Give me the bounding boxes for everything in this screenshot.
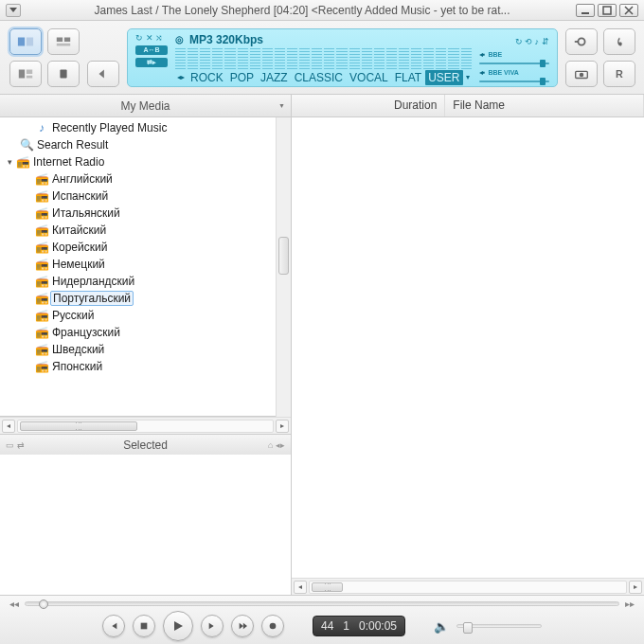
svg-rect-0 [581, 12, 589, 14]
tree-item-station[interactable]: 📻Французский [0, 324, 291, 341]
svg-rect-16 [141, 623, 148, 630]
capture-button[interactable] [565, 61, 598, 87]
column-filename[interactable]: File Name [445, 95, 644, 116]
view-mode-3-button[interactable] [9, 61, 42, 87]
station-icon: 📻 [34, 258, 49, 271]
next-track-button[interactable] [201, 615, 224, 637]
volume-slider[interactable] [456, 624, 542, 628]
tree-item-station[interactable]: 📻Английский [0, 170, 291, 188]
right-pane: Duration File Name ◂▸ [292, 95, 644, 595]
tree-item-station[interactable]: 📻Китайский [0, 222, 291, 239]
station-icon: 📻 [34, 275, 49, 288]
tree-item-internet-radio[interactable]: ▾ 📻 Internet Radio [0, 153, 291, 170]
station-icon: 📻 [34, 172, 49, 186]
seek-forward-icon[interactable]: ▸▸ [625, 599, 635, 609]
tree-item-station[interactable]: 📻Испанский [0, 188, 291, 205]
collapse-toggle[interactable]: ▾ [4, 157, 15, 167]
title-bar: James Last / The Lonely Shepherd [04:20]… [0, 0, 644, 21]
main-area: My Media ▼ ♪ Recently Played Music 🔍 Sea… [0, 95, 644, 595]
selected-right-icons[interactable]: ⌂ ◂▸ [268, 440, 285, 450]
broadcast-icon: ◎ [175, 34, 184, 45]
radio-icon: 📻 [15, 155, 30, 169]
lcd-mode-badge[interactable]: ⇄▸ [135, 58, 168, 67]
svg-rect-5 [64, 37, 70, 42]
lcd-display: ↻ ✕ ⤭ A↔B ⇄▸ ◎ MP3 320Kbps ◂▸ ROCK POP J… [127, 28, 558, 87]
station-icon: 📻 [34, 206, 49, 220]
file-list[interactable] [292, 117, 644, 578]
r-button[interactable]: R [603, 61, 635, 87]
stop-button[interactable] [133, 615, 155, 637]
seek-slider[interactable] [25, 601, 619, 606]
music-note-icon: ♪ [34, 121, 49, 134]
volume-icon[interactable]: 🔈 [434, 619, 449, 634]
view-mode-1-button[interactable] [9, 28, 42, 55]
svg-rect-3 [27, 37, 33, 45]
selected-panel-header[interactable]: ▭ ⇄ Selected ⌂ ◂▸ [0, 434, 291, 455]
window-title: James Last / The Lonely Shepherd [04:20]… [28, 4, 576, 17]
station-icon: 📻 [34, 343, 49, 356]
station-icon: 📻 [34, 360, 49, 373]
spectrum-visualizer [175, 48, 472, 69]
station-icon: 📻 [34, 241, 49, 254]
view-mode-4-button[interactable] [47, 61, 80, 87]
nav-back-button[interactable] [87, 61, 119, 87]
left-pane: My Media ▼ ♪ Recently Played Music 🔍 Sea… [0, 95, 292, 595]
station-icon: 📻 [34, 224, 49, 237]
time-display: 44 1 0:00:05 [313, 616, 405, 636]
tree-item-station[interactable]: 📻Корейский [0, 239, 291, 256]
bbe-slider-1[interactable] [479, 63, 549, 64]
toolbar: ↻ ✕ ⤭ A↔B ⇄▸ ◎ MP3 320Kbps ◂▸ ROCK POP J… [0, 21, 644, 95]
svg-rect-4 [57, 37, 63, 42]
seek-back-icon[interactable]: ◂◂ [9, 599, 19, 609]
tree-item-station[interactable]: 📻Немецкий [0, 256, 291, 273]
bbe-viva-toggle[interactable]: ◂▪ [479, 68, 486, 77]
close-button[interactable] [619, 4, 638, 17]
lcd-right-icons: ↻ ⟲ ♪ ⇵ [479, 37, 549, 46]
maximize-button[interactable] [598, 4, 617, 17]
tree-item-recently-played[interactable]: ♪ Recently Played Music [0, 119, 291, 136]
bbe-slider-2[interactable] [479, 80, 549, 82]
svg-text:R: R [616, 67, 623, 79]
tree-vertical-scrollbar[interactable] [276, 117, 291, 417]
record-button[interactable] [261, 615, 284, 637]
app-menu-button[interactable] [6, 4, 21, 17]
svg-rect-1 [603, 7, 611, 14]
skip-button[interactable] [231, 615, 254, 637]
bbe-toggle[interactable]: ◂▪ [479, 50, 486, 59]
svg-rect-8 [27, 69, 32, 74]
tree-item-station[interactable]: 📻Японский [0, 358, 291, 375]
column-header[interactable]: Duration File Name [292, 95, 644, 117]
station-icon: 📻 [34, 189, 49, 203]
svg-rect-9 [27, 75, 32, 78]
list-horizontal-scrollbar[interactable]: ◂▸ [292, 578, 644, 595]
tree-item-station[interactable]: 📻Русский [0, 307, 291, 324]
ab-repeat-badge[interactable]: A↔B [135, 45, 168, 55]
tree-horizontal-scrollbar[interactable]: ◂▸ [0, 417, 291, 434]
svg-point-14 [579, 72, 583, 77]
burn-button[interactable] [603, 28, 635, 55]
svg-rect-7 [19, 69, 25, 78]
column-duration[interactable]: Duration [386, 95, 445, 116]
prev-track-button[interactable] [102, 615, 125, 637]
play-button[interactable] [163, 611, 193, 641]
search-folder-icon: 🔍 [19, 138, 34, 152]
svg-rect-6 [57, 43, 70, 45]
station-icon: 📻 [34, 292, 49, 305]
svg-point-11 [578, 38, 584, 45]
tree-item-station[interactable]: 📻Итальянский [0, 205, 291, 222]
selected-left-icons[interactable]: ▭ ⇄ [6, 440, 25, 450]
tree-item-station[interactable]: 📻Шведский [0, 341, 291, 358]
tree-item-station[interactable]: 📻Нидерландский [0, 273, 291, 290]
tree-item-station[interactable]: 📻Португальский [0, 290, 291, 307]
station-icon: 📻 [34, 326, 49, 339]
visualizer-button[interactable] [565, 28, 598, 55]
left-pane-header[interactable]: My Media ▼ [0, 95, 291, 117]
media-tree[interactable]: ♪ Recently Played Music 🔍 Search Result … [0, 117, 291, 417]
tree-item-search-result[interactable]: 🔍 Search Result [0, 136, 291, 153]
chevron-down-icon: ▼ [278, 102, 285, 109]
playback-bar: ◂◂ ▸▸ 44 1 0:00:05 🔈 [0, 595, 644, 644]
minimize-button[interactable] [576, 4, 595, 17]
eq-preset-row[interactable]: ◂▸ ROCK POP JAZZ CLASSIC VOCAL FLAT USER… [175, 70, 472, 85]
view-mode-2-button[interactable] [47, 28, 80, 55]
station-icon: 📻 [34, 309, 49, 322]
